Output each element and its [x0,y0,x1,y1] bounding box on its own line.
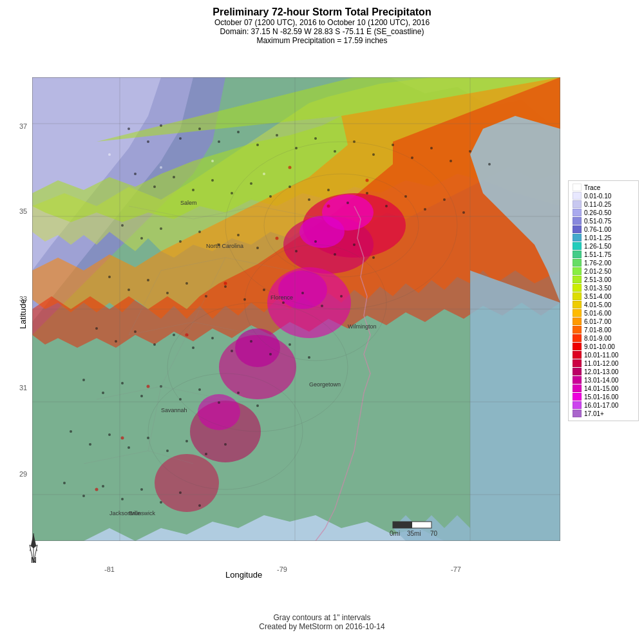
y-axis-label: Latitude [18,299,28,328]
legend-swatch [573,334,582,342]
svg-point-20 [278,270,327,309]
legend-swatch [573,209,582,216]
svg-point-56 [250,182,252,185]
svg-point-126 [63,482,66,484]
svg-point-116 [256,404,259,407]
svg-point-127 [82,495,85,497]
svg-point-146 [263,173,265,175]
svg-point-106 [308,356,310,359]
svg-text:N: N [31,556,37,564]
lon-tick-81: -81 [104,565,115,573]
svg-text:Salem: Salem [180,200,197,206]
lat-tick-35: 35 [19,207,27,215]
svg-point-22 [198,394,240,430]
legend-item: 0.51-0.75 [573,217,634,225]
lat-tick-29: 29 [19,470,27,478]
legend-label: 12.01-13.00 [584,368,618,375]
svg-text:Brunswick: Brunswick [129,510,156,516]
subtitle-line3: Domain: 37.15 N -82.59 W 28.83 S -75.11 … [0,27,644,36]
lon-tick-79: -79 [277,565,287,573]
legend-label: 1.26-1.50 [584,243,611,250]
svg-point-36 [237,131,240,133]
svg-point-117 [70,430,72,433]
legend-swatch [573,359,582,367]
svg-point-130 [140,488,143,491]
svg-point-136 [327,205,330,208]
svg-point-121 [147,437,149,439]
svg-point-120 [128,446,130,449]
svg-point-133 [198,504,201,507]
svg-point-21 [235,328,280,367]
legend-item: 9.01-10.00 [573,343,634,350]
legend-item: 1.26-1.50 [573,242,634,250]
legend-label: 0.01-0.10 [584,193,611,200]
legend-item: 0.11-0.25 [573,200,634,208]
svg-point-115 [237,392,240,394]
svg-point-78 [314,240,317,243]
svg-point-129 [121,498,124,500]
svg-point-72 [198,231,201,233]
svg-point-63 [385,205,388,207]
svg-point-65 [424,208,426,211]
svg-point-100 [192,346,194,349]
svg-point-34 [198,128,201,130]
legend-swatch [573,251,582,258]
legend-swatch [573,284,582,292]
svg-point-88 [224,285,227,288]
svg-point-137 [276,237,279,240]
legend-label: 0.76-1.00 [584,226,611,233]
svg-text:Georgetown: Georgetown [309,381,341,388]
legend-swatch [573,309,582,317]
svg-point-81 [372,256,375,259]
legend-swatch [573,393,582,401]
legend-item: 1.51-1.75 [573,251,634,258]
legend-label: 4.01-5.00 [584,301,611,308]
footer: Gray contours at 1" intervals Created by… [0,613,644,631]
legend-item: 1.76-2.00 [573,259,634,267]
svg-point-93 [321,305,323,307]
svg-point-142 [95,488,99,491]
legend-item: 17.01+ [573,410,634,417]
svg-point-97 [134,330,137,333]
legend-label: 5.01-6.00 [584,310,611,317]
svg-point-140 [147,385,150,388]
svg-point-131 [160,501,162,504]
legend-label: Trace [584,184,600,191]
svg-point-51 [153,185,156,188]
north-arrow: N [21,532,46,567]
legend-swatch [573,351,582,359]
svg-point-143 [108,153,111,156]
legend-swatch [573,401,582,409]
svg-point-40 [314,137,317,140]
legend-label: 2.01-2.50 [584,268,611,275]
legend-swatch [573,317,582,325]
svg-point-109 [121,382,124,384]
svg-point-92 [301,292,304,294]
svg-point-108 [102,392,104,394]
x-axis-label: Longitude [225,570,262,580]
svg-point-58 [289,185,291,188]
legend-swatch [573,276,582,283]
svg-point-80 [353,243,355,246]
svg-point-43 [372,153,375,156]
lon-tick-77: -77 [451,565,461,573]
legend-item: 0.76-1.00 [573,225,634,233]
legend-item: 8.01-9.00 [573,334,634,342]
legend-item: 15.01-16.00 [573,393,634,401]
map-svg: Salem North Carolina Florence Georgetown… [32,77,560,541]
svg-point-95 [95,327,98,330]
legend-label: 11.01-12.00 [584,360,618,367]
legend-item: 14.01-15.00 [573,384,634,392]
legend-label: 13.01-14.00 [584,377,618,384]
main-title: Preliminary 72-hour Storm Total Precipit… [0,6,644,18]
svg-point-70 [160,227,162,230]
legend-swatch [573,225,582,233]
svg-point-124 [205,453,207,455]
svg-point-101 [211,337,214,339]
svg-point-57 [269,195,272,198]
legend-item: 5.01-6.00 [573,309,634,317]
legend-label: 0.26-0.50 [584,209,611,216]
legend-label: 1.76-2.00 [584,260,611,267]
svg-point-59 [308,198,310,201]
svg-point-38 [276,134,278,137]
